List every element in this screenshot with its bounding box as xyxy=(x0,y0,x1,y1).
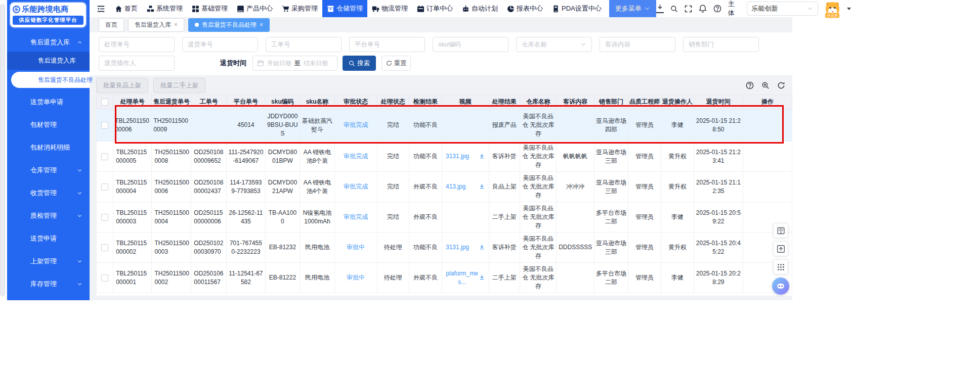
sidebar-item[interactable]: 仓库管理 xyxy=(7,160,90,180)
cell-text: 701-7674550-2232223 xyxy=(230,240,262,255)
video-file-link[interactable]: 413.jpg xyxy=(446,182,465,191)
cell-text: 管理员 xyxy=(635,274,654,281)
nav-item-link[interactable]: PDA设置中心 xyxy=(547,0,606,17)
assistant-avatar[interactable] xyxy=(772,277,789,295)
fullscreen-icon[interactable] xyxy=(685,5,692,13)
nav-item-link[interactable]: 订单中心 xyxy=(412,0,457,17)
download-cell-icon[interactable] xyxy=(479,274,485,281)
video-file-link[interactable]: 3131.jpg xyxy=(446,243,469,252)
approve-status-link[interactable]: 审批中 xyxy=(347,244,365,251)
row-checkbox[interactable] xyxy=(101,244,108,251)
filter-input[interactable]: 退货单号 xyxy=(182,37,258,52)
sidebar-item[interactable]: 上架管理 xyxy=(7,251,90,271)
sidebar-item[interactable]: 送货单申请 xyxy=(7,92,90,112)
column-header: 销售部门 xyxy=(594,95,628,109)
download-cell-icon[interactable] xyxy=(479,183,485,190)
filter-input[interactable]: 工单号 xyxy=(266,37,342,52)
warehouse-select[interactable]: 仓库名称 xyxy=(516,37,592,52)
entity-label: 主体 xyxy=(728,0,740,18)
sidebar-item[interactable]: 售后退货入库 xyxy=(7,52,90,70)
tab[interactable]: 售后退货入库× xyxy=(128,18,184,32)
close-icon[interactable]: × xyxy=(260,21,263,28)
cell-complaint: 冲冲冲 xyxy=(557,172,594,202)
zoom-in-icon[interactable] xyxy=(761,81,770,89)
approve-status-link[interactable]: 审批完成 xyxy=(344,153,368,160)
nav-item-link[interactable]: 采购管理 xyxy=(277,0,322,17)
cell-approve-status: 审批完成 xyxy=(334,109,377,142)
rail-handle[interactable] xyxy=(0,4,5,296)
video-file-link[interactable]: plaform_mes... xyxy=(446,269,479,287)
column-header: 处理结果 xyxy=(489,95,520,109)
column-header: 平台单号 xyxy=(227,95,265,109)
sidebar-item[interactable]: 收货管理 xyxy=(7,183,90,203)
batch-good-shelve-button[interactable]: 批量良品上架 xyxy=(96,78,148,93)
nav-item-link[interactable]: 自动计划 xyxy=(457,0,502,17)
search-button[interactable]: 搜索 xyxy=(343,56,376,71)
row-checkbox[interactable] xyxy=(101,274,108,282)
nav-item-link[interactable]: 报表中心 xyxy=(502,0,547,17)
cell-handle-result: 报废产品 xyxy=(489,109,520,142)
filter-placeholder: 退货单号 xyxy=(188,40,213,49)
avatar[interactable]: 好运虎 xyxy=(825,1,840,17)
row-checkbox[interactable] xyxy=(101,153,108,160)
search-icon[interactable] xyxy=(670,5,678,13)
date-range-input[interactable]: 开始日期 至 结束日期 xyxy=(252,56,337,71)
doc-panel-icon[interactable] xyxy=(773,223,788,238)
sidebar-item-active[interactable]: 售后退货不良品处理 xyxy=(11,72,90,88)
nav-item-link[interactable]: 物流管理 xyxy=(367,0,412,17)
entity-select[interactable]: 乐能创新 xyxy=(747,2,818,16)
approve-status-link[interactable]: 审批中 xyxy=(347,274,365,281)
return-operator-input[interactable]: 退货操作人 xyxy=(99,56,175,71)
close-icon[interactable]: × xyxy=(174,21,178,28)
filter-input[interactable]: 客诉内容 xyxy=(600,37,675,52)
download-icon[interactable] xyxy=(656,4,664,13)
cell-text: 黄升权 xyxy=(668,244,687,251)
cell-text: OD25010600011567 xyxy=(194,270,223,286)
tab-active[interactable]: 售后退货不良品处理× xyxy=(188,18,270,32)
nav-item-link[interactable]: 基础管理 xyxy=(187,0,232,17)
collapse-menu-icon[interactable] xyxy=(97,5,105,13)
help-icon[interactable] xyxy=(713,5,721,13)
question-circle-icon[interactable] xyxy=(746,81,754,89)
nav-item-link[interactable]: 首页 xyxy=(110,0,142,17)
sidebar-item[interactable]: 库存管理 xyxy=(7,274,90,294)
filter-input[interactable]: 销售部门 xyxy=(683,37,759,52)
sidebar-item[interactable]: 售后退货入库 xyxy=(7,33,90,52)
filter-input[interactable]: 平台单号 xyxy=(349,37,425,52)
batch-secondhand-shelve-button[interactable]: 批量二手上架 xyxy=(153,78,205,93)
sidebar-item[interactable]: 包材消耗明细 xyxy=(7,137,90,158)
filter-input[interactable]: 处理单号 xyxy=(99,37,175,52)
avatar-badge: 好运虎 xyxy=(825,13,840,18)
avatar-caret-icon[interactable] xyxy=(847,8,851,10)
more-menu-button[interactable]: 更多菜单 xyxy=(609,0,656,17)
tab[interactable]: 首页 xyxy=(99,18,124,32)
download-cell-icon[interactable] xyxy=(479,153,485,160)
nav-item-link[interactable]: 产品中心 xyxy=(232,0,277,17)
nav-item-link[interactable]: 系统管理 xyxy=(142,0,187,17)
fit-screen-icon[interactable] xyxy=(773,241,788,256)
row-checkbox[interactable] xyxy=(101,122,108,129)
refresh-icon[interactable] xyxy=(777,81,785,89)
filter-input[interactable]: sku编码 xyxy=(433,37,508,52)
cell-text: 多平台市场二部 xyxy=(596,270,626,286)
cell-return-no: TH250115000009 xyxy=(152,109,191,142)
download-cell-icon[interactable] xyxy=(479,244,485,251)
approve-status-link[interactable]: 审批完成 xyxy=(344,183,368,190)
approve-status-link[interactable]: 审批完成 xyxy=(344,121,368,128)
approve-status-link[interactable]: 审批完成 xyxy=(344,213,368,220)
logo-mark-icon xyxy=(13,6,20,13)
nav-item-active[interactable]: 仓储管理 xyxy=(322,0,367,17)
row-checkbox[interactable] xyxy=(101,183,108,191)
sidebar-item[interactable]: 送货申请 xyxy=(7,228,90,249)
bell-icon[interactable] xyxy=(699,5,707,13)
row-checkbox[interactable] xyxy=(101,214,108,221)
video-file-link[interactable]: 3131.jpg xyxy=(446,152,469,161)
reset-button[interactable]: 重置 xyxy=(381,56,411,71)
cell-handle-status: 待处理 xyxy=(377,233,409,263)
sidebar-item[interactable]: 包材管理 xyxy=(7,115,90,135)
sidebar-item-label: 仓库管理 xyxy=(30,166,57,175)
apps-grid-icon[interactable] xyxy=(773,259,788,274)
select-all-checkbox[interactable] xyxy=(101,99,108,106)
sidebar-item[interactable]: 质检管理 xyxy=(7,206,90,226)
column-header: 仓库名称 xyxy=(520,95,557,109)
